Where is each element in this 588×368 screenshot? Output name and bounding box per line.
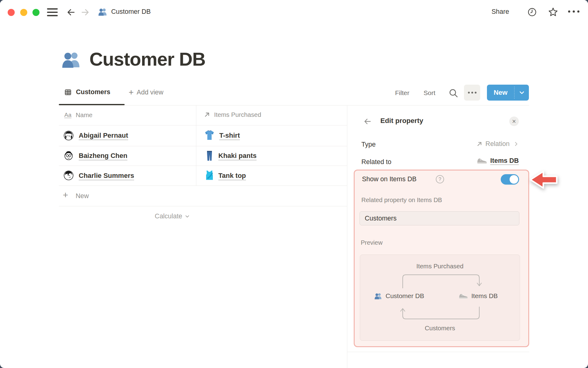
cell-item: Tank top [218,172,246,180]
related-property-input-value: Customers [365,215,397,222]
preview-right-label: Items DB [471,292,498,300]
show-on-db-toggle[interactable] [501,174,519,185]
new-button[interactable]: New [487,85,514,101]
page-title[interactable]: Customer DB [89,48,205,70]
plus-icon: + [63,190,68,200]
page-title-block: Customer DB [61,48,205,70]
preview-top-loop-arrow [398,272,484,289]
new-button-group: New [487,85,529,101]
view-tab-customers[interactable]: Customers [64,88,110,96]
calculate-label: Calculate [155,213,182,220]
chevron-down-icon [519,90,525,96]
tshirt-icon [205,130,214,140]
ellipsis-icon [468,92,470,94]
favorite-star-icon[interactable] [548,7,558,17]
related-property-input[interactable]: Customers [360,211,519,225]
people-icon [374,292,382,300]
table-row[interactable]: Charlie Summers Tank top [59,166,347,186]
sneaker-icon [459,293,468,299]
app-window: Customer DB Share Customer DB Customers … [0,0,588,368]
share-button[interactable]: Share [492,8,509,16]
panel-title: Edit property [380,117,423,125]
column-header-name[interactable]: Aa Name [64,111,92,119]
preview-left-label: Customer DB [386,292,424,300]
red-callout-arrow [527,168,559,191]
panel-back-icon[interactable] [363,117,372,126]
preview-right-node: Items DB [459,292,498,300]
preview-bottom-label: Customers [360,324,520,332]
table-view-icon [64,89,72,96]
back-icon[interactable] [66,8,76,17]
table-row[interactable]: Baizheng Chen Khaki pants [59,146,347,166]
close-icon: × [512,117,516,125]
view-options-button[interactable] [464,85,480,101]
related-property-label: Related property on Items DB [361,197,442,204]
traffic-light-minimize[interactable] [20,9,27,16]
add-view-button[interactable]: + Add view [129,88,164,96]
new-row-label: New [76,192,89,200]
preview-left-node: Customer DB [374,292,424,300]
preview-bottom-loop-arrow [398,305,484,323]
help-icon[interactable]: ? [436,175,444,183]
khaki-pants-icon [206,150,213,162]
calculate-button[interactable]: Calculate [113,213,190,220]
preview-top-label: Items Purchased [360,263,520,270]
text-type-icon: Aa [64,112,71,118]
column-header-label: Name [76,111,92,119]
related-db-label: Items DB [490,157,519,165]
tank-top-icon [205,170,214,181]
traffic-light-zoom[interactable] [32,9,40,16]
titlebar: Customer DB Share [0,0,588,24]
panel-divider [347,105,347,368]
people-icon [98,7,107,16]
people-icon[interactable] [61,50,81,68]
relation-arrow-icon [476,141,483,147]
cell-item: T-shirt [219,132,240,140]
type-row-label: Type [361,141,376,148]
relation-arrow-icon [204,111,210,118]
chevron-right-icon [514,141,519,147]
chevron-down-icon [185,214,190,219]
show-on-db-label: Show on Items DB [362,175,417,183]
type-value-label: Relation [485,140,510,148]
traffic-light-close[interactable] [8,9,15,16]
new-dropdown-button[interactable] [515,85,529,101]
avatar [64,131,74,140]
avatar [64,151,74,160]
new-row-button[interactable]: + New [59,186,347,206]
forward-icon[interactable] [80,8,90,17]
column-header-label: Items Purchased [214,111,261,118]
table-row[interactable]: Abigail Pernaut T-shirt [59,125,347,146]
view-tab-label: Customers [76,88,110,96]
add-view-label: Add view [137,89,163,96]
type-row-value[interactable]: Relation [429,140,519,148]
filter-button[interactable]: Filter [395,89,409,97]
breadcrumb-label: Customer DB [111,8,151,16]
more-options-icon[interactable] [568,10,579,13]
cell-item: Khaki pants [218,152,257,160]
clock-icon[interactable] [527,7,537,17]
plus-icon: + [129,88,134,96]
panel-close-button[interactable]: × [509,117,519,126]
related-row-label: Related to [361,158,391,166]
cell-name: Charlie Summers [79,172,134,180]
preview-label: Preview [361,239,383,246]
related-row-value[interactable]: Items DB [429,157,519,165]
column-header-items[interactable]: Items Purchased [204,111,261,118]
sidebar-menu-icon[interactable] [47,8,58,17]
search-icon[interactable] [448,88,458,98]
cell-name: Abigail Pernaut [79,132,128,140]
sort-button[interactable]: Sort [424,89,435,97]
avatar [64,171,74,180]
breadcrumb[interactable]: Customer DB [98,7,151,16]
sneaker-icon [477,157,487,164]
cell-name: Baizheng Chen [79,152,127,160]
